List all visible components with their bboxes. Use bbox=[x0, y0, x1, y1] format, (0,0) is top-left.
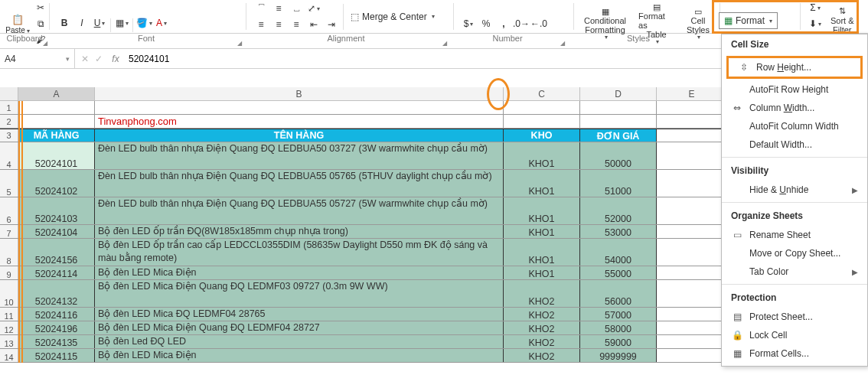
cell-don-gia[interactable]: 58000 bbox=[580, 321, 657, 334]
cell-ten-hang[interactable]: Bộ đèn LED Mica Điện Quang ĐQ LEDMF04 28… bbox=[95, 321, 504, 334]
menu-default-width[interactable]: Default Width... bbox=[722, 135, 867, 154]
cell-don-gia[interactable]: 51000 bbox=[580, 170, 657, 197]
cell-ten-hang[interactable]: Bộ đèn LED ốp trần ĐQ(8W185x185mm chụp n… bbox=[95, 225, 504, 238]
cell-ma-hang[interactable]: 52024156 bbox=[18, 239, 95, 266]
cell-kho[interactable]: KHO1 bbox=[504, 170, 580, 197]
dialog-launcher-icon[interactable]: ◢ bbox=[560, 40, 565, 47]
cell-ten-hang[interactable]: Đèn LED bulb thân nhựa Điện Quang ĐQ LED… bbox=[95, 197, 504, 224]
row-header[interactable]: 8 bbox=[0, 239, 18, 266]
border-button[interactable]: ▦ bbox=[113, 15, 130, 31]
copy-button[interactable]: ⧉ bbox=[32, 16, 49, 31]
row-header[interactable]: 12 bbox=[0, 321, 18, 334]
cell-ma-hang[interactable]: 52024104 bbox=[18, 225, 95, 238]
website-text[interactable]: Tinvanphong.com bbox=[95, 115, 504, 128]
cancel-formula-icon[interactable]: ✕ bbox=[81, 54, 89, 64]
th-kho[interactable]: KHO bbox=[504, 129, 580, 142]
enter-formula-icon[interactable]: ✓ bbox=[95, 54, 103, 64]
cell-kho[interactable]: KHO2 bbox=[504, 321, 580, 334]
cell-ten-hang[interactable]: Bộ đèn Led ĐQ LED bbox=[95, 335, 504, 348]
cell-ten-hang[interactable]: Bộ đèn LED Mica Điện Quang ĐQ LEDMF03 09… bbox=[95, 280, 504, 307]
fill-color-button[interactable]: 🪣 bbox=[135, 15, 152, 31]
cell-ma-hang[interactable]: 52024135 bbox=[18, 335, 95, 348]
menu-column-width[interactable]: ⇔Column Width... bbox=[722, 99, 867, 117]
menu-hide-unhide[interactable]: Hide & Unhide▶ bbox=[722, 181, 867, 199]
accounting-format-button[interactable]: $ bbox=[460, 16, 477, 31]
merge-center-button[interactable]: ⬚ Merge & Center bbox=[347, 9, 439, 24]
cell-ma-hang[interactable]: 52024101 bbox=[18, 142, 95, 169]
fx-button[interactable]: fx bbox=[109, 54, 122, 64]
th-ma-hang[interactable]: MÃ HÀNG bbox=[18, 129, 95, 142]
cell-don-gia[interactable]: 54000 bbox=[580, 239, 657, 266]
row-header[interactable]: 6 bbox=[0, 197, 18, 224]
cell-kho[interactable]: KHO2 bbox=[504, 349, 580, 362]
row-header[interactable]: 11 bbox=[0, 308, 18, 321]
col-header-b[interactable]: B bbox=[95, 87, 504, 100]
menu-autofit-row[interactable]: AutoFit Row Height bbox=[722, 80, 867, 99]
cell-ma-hang[interactable]: 52024116 bbox=[18, 308, 95, 321]
decrease-decimal-button[interactable]: ←.0 bbox=[530, 16, 547, 31]
cell-ten-hang[interactable]: Bộ đèn LED Mica Điện bbox=[95, 349, 504, 362]
cell-ten-hang[interactable]: Đèn LED bulb thân nhựa Điện Quang ĐQ LED… bbox=[95, 142, 504, 169]
format-button[interactable]: ▦ Format bbox=[719, 12, 778, 29]
row-header[interactable]: 2 bbox=[0, 115, 18, 128]
row-header[interactable]: 3 bbox=[0, 129, 18, 142]
menu-autofit-col[interactable]: AutoFit Column Width bbox=[722, 117, 867, 135]
dialog-launcher-icon[interactable]: ◢ bbox=[43, 40, 47, 47]
row-header[interactable]: 1 bbox=[0, 101, 18, 114]
cell-don-gia[interactable]: 56000 bbox=[580, 280, 657, 307]
align-left-button[interactable]: ≡ bbox=[253, 17, 269, 32]
cell-don-gia[interactable]: 55000 bbox=[580, 266, 657, 279]
cell-kho[interactable]: KHO1 bbox=[504, 225, 580, 238]
dialog-launcher-icon[interactable]: ◢ bbox=[442, 40, 447, 47]
col-header-a[interactable]: A bbox=[18, 87, 95, 100]
cell-don-gia[interactable]: 57000 bbox=[580, 308, 657, 321]
th-don-gia[interactable]: ĐƠN GIÁ bbox=[580, 129, 657, 142]
menu-lock-cell[interactable]: 🔒Lock Cell bbox=[722, 326, 867, 344]
bold-button[interactable]: B bbox=[56, 15, 73, 31]
cell-don-gia[interactable]: 59000 bbox=[580, 335, 657, 348]
formula-input[interactable] bbox=[129, 54, 328, 64]
orientation-button[interactable]: ⤢ bbox=[305, 1, 322, 16]
cell-ma-hang[interactable]: 52024103 bbox=[18, 197, 95, 224]
menu-tab-color[interactable]: Tab Color▶ bbox=[722, 262, 867, 281]
row-header[interactable]: 14 bbox=[0, 349, 18, 362]
percent-button[interactable]: % bbox=[478, 16, 494, 31]
menu-format-cells[interactable]: ▦Format Cells... bbox=[722, 344, 867, 363]
cell-ma-hang[interactable]: 52024132 bbox=[18, 280, 95, 307]
cell-kho[interactable]: KHO2 bbox=[504, 280, 580, 307]
select-all-corner[interactable] bbox=[0, 87, 18, 100]
cell-don-gia[interactable]: 53000 bbox=[580, 225, 657, 238]
cell-kho[interactable]: KHO1 bbox=[504, 239, 580, 266]
align-bottom-button[interactable]: ⎵ bbox=[288, 1, 305, 16]
cell-ten-hang[interactable]: Bộ đèn LED Mica Điện bbox=[95, 266, 504, 279]
cell-don-gia[interactable]: 9999999 bbox=[580, 349, 657, 362]
underline-button[interactable]: U bbox=[91, 15, 108, 31]
align-top-button[interactable]: ⎴ bbox=[253, 1, 269, 16]
italic-button[interactable]: I bbox=[73, 15, 90, 31]
menu-protect-sheet[interactable]: ▤Protect Sheet... bbox=[722, 308, 867, 326]
cell-ten-hang[interactable]: Đèn LED bulb thân nhựa Điện Quang ĐQ LED… bbox=[95, 170, 504, 197]
row-header[interactable]: 9 bbox=[0, 266, 18, 279]
cut-button[interactable]: ✂ bbox=[32, 0, 49, 15]
cell-kho[interactable]: KHO1 bbox=[504, 142, 580, 169]
align-center-button[interactable]: ≡ bbox=[270, 17, 287, 32]
cell-ma-hang[interactable]: 52024115 bbox=[18, 349, 95, 362]
row-header[interactable]: 7 bbox=[0, 225, 18, 238]
autosum-button[interactable]: Σ bbox=[807, 0, 824, 15]
cell-kho[interactable]: KHO1 bbox=[504, 197, 580, 224]
col-header-e[interactable]: E bbox=[657, 87, 727, 100]
menu-rename-sheet[interactable]: ▭Rename Sheet bbox=[722, 226, 867, 244]
col-header-c[interactable]: C bbox=[504, 87, 580, 100]
row-header[interactable]: 4 bbox=[0, 142, 18, 169]
cell-ten-hang[interactable]: Bộ đèn LED Mica ĐQ LEDMF04 28765 bbox=[95, 308, 504, 321]
cell-don-gia[interactable]: 50000 bbox=[580, 142, 657, 169]
comma-button[interactable]: , bbox=[495, 16, 512, 31]
align-right-button[interactable]: ≡ bbox=[288, 17, 305, 32]
fill-button[interactable]: ⬇ bbox=[807, 16, 824, 31]
col-header-d[interactable]: D bbox=[580, 87, 657, 100]
increase-decimal-button[interactable]: .0→ bbox=[513, 16, 530, 31]
name-box[interactable]: A4 ▾ bbox=[0, 49, 75, 68]
cell-kho[interactable]: KHO1 bbox=[504, 266, 580, 279]
row-header[interactable]: 10 bbox=[0, 280, 18, 307]
indent-dec-button[interactable]: ⇤ bbox=[305, 17, 322, 32]
